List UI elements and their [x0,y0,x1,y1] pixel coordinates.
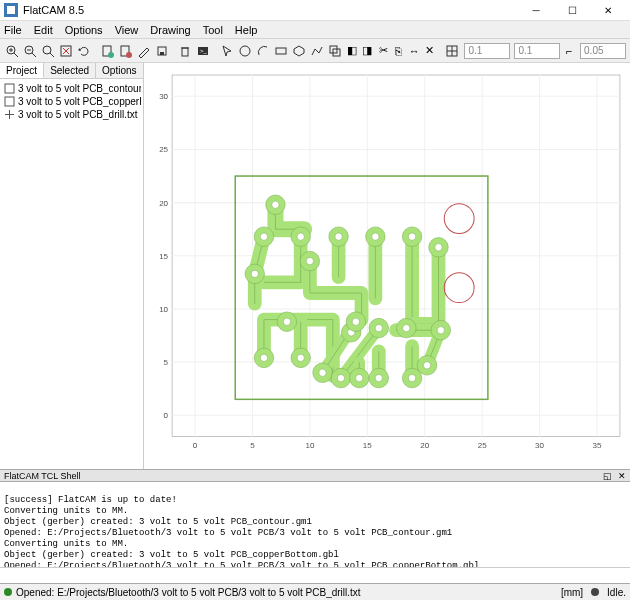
grid-x-input[interactable] [464,43,510,59]
svg-text:20: 20 [159,199,168,208]
zoom-out-icon[interactable] [22,42,38,60]
tab-project[interactable]: Project [0,63,44,78]
svg-text:30: 30 [535,441,544,450]
maximize-button[interactable]: ☐ [554,0,590,20]
tree-item[interactable]: 3 volt to 5 volt PCB_drill.txt [2,108,141,121]
zoom-in-icon[interactable] [4,42,20,60]
svg-text:25: 25 [159,145,168,154]
pcb-plot[interactable]: 05101520253035051015202530 [154,69,626,451]
new-excellon-icon[interactable] [118,42,134,60]
svg-text:25: 25 [478,441,487,450]
side-tabs: Project Selected Options Tool [0,63,143,79]
svg-point-104 [283,318,290,325]
grid-y-input[interactable] [514,43,560,59]
menu-options[interactable]: Options [65,24,103,36]
console-close-icon[interactable]: ✕ [618,471,626,481]
svg-point-72 [297,233,304,240]
svg-point-96 [337,374,344,381]
svg-point-90 [260,354,267,361]
shell-icon[interactable]: >_ [195,42,211,60]
plot-canvas[interactable]: 05101520253035051015202530 [144,63,630,469]
status-mode: Idle. [607,587,626,598]
tab-options[interactable]: Options [96,63,143,78]
menu-help[interactable]: Help [235,24,258,36]
console-output[interactable]: [success] FlatCAM is up to date! Convert… [0,482,630,567]
tab-selected[interactable]: Selected [44,63,96,78]
snap-corner-icon[interactable]: ⌐ [562,42,576,60]
edit-geometry-icon[interactable] [136,42,152,60]
union-icon[interactable] [327,42,343,60]
copy-geo-icon[interactable]: ⎘ [392,42,406,60]
update-geometry-icon[interactable] [154,42,170,60]
intersection-icon[interactable]: ◧ [345,42,359,60]
move-icon[interactable]: ↔ [407,42,421,60]
console-input[interactable] [0,567,630,583]
svg-rect-25 [276,48,286,54]
svg-point-98 [356,374,363,381]
svg-rect-32 [5,97,14,106]
console-undock-icon[interactable]: ◱ [603,471,612,481]
status-dot-icon [4,588,12,596]
subtract-icon[interactable]: ◨ [361,42,375,60]
snap-input[interactable] [580,43,626,59]
svg-point-15 [108,52,114,58]
svg-point-94 [319,369,326,376]
svg-point-17 [126,52,132,58]
arc-icon[interactable] [255,42,271,60]
svg-point-102 [408,374,415,381]
replot-icon[interactable] [76,42,92,60]
menu-tool[interactable]: Tool [203,24,223,36]
svg-text:10: 10 [305,441,314,450]
console-title: FlatCAM TCL Shell [4,471,81,481]
app-icon [4,3,18,17]
svg-point-100 [375,374,382,381]
zoom-fit-icon[interactable] [40,42,56,60]
svg-point-92 [297,354,304,361]
minimize-button[interactable]: ─ [518,0,554,20]
svg-line-3 [14,53,18,57]
svg-rect-20 [182,48,188,56]
menu-edit[interactable]: Edit [34,24,53,36]
svg-point-112 [423,362,430,369]
svg-point-106 [352,318,359,325]
svg-text:0: 0 [164,411,169,420]
gerber-icon [4,83,15,94]
status-bar: Opened: E:/Projects/Bluetooth/3 volt to … [0,583,630,600]
svg-point-68 [272,201,279,208]
tree-item[interactable]: 3 volt to 5 volt PCB_contour.gm1 [2,82,141,95]
grid-icon[interactable] [444,42,460,60]
new-geometry-icon[interactable] [100,42,116,60]
svg-point-9 [43,46,51,54]
clear-plot-icon[interactable] [58,42,74,60]
tree-item[interactable]: 3 volt to 5 volt PCB_copperBottom.gbl [2,95,141,108]
circle-icon[interactable] [237,42,253,60]
window-title: FlatCAM 8.5 [23,4,518,16]
svg-rect-19 [160,52,164,55]
close-button[interactable]: ✕ [590,0,626,20]
excellon-icon [4,109,15,120]
path-icon[interactable] [309,42,325,60]
svg-rect-31 [5,84,14,93]
svg-point-80 [435,244,442,251]
cut-path-icon[interactable]: ✂ [376,42,390,60]
menu-drawing[interactable]: Drawing [150,24,190,36]
status-mode-dot-icon [591,588,599,596]
polygon-icon[interactable] [291,42,307,60]
svg-point-82 [251,270,258,277]
menu-file[interactable]: File [4,24,22,36]
svg-point-24 [240,46,250,56]
svg-text:15: 15 [363,441,372,450]
delete-shape-icon[interactable]: ✕ [423,42,437,60]
delete-icon[interactable] [177,42,193,60]
svg-text:35: 35 [593,441,602,450]
svg-text:0: 0 [193,441,198,450]
rectangle-icon[interactable] [273,42,289,60]
svg-text:10: 10 [159,305,168,314]
svg-point-84 [306,257,313,264]
select-icon[interactable] [219,42,235,60]
svg-point-74 [335,233,342,240]
toolbar: >_ ◧ ◨ ✂ ⎘ ↔ ✕ ⌐ [0,39,630,63]
menu-view[interactable]: View [115,24,139,36]
workspace: Project Selected Options Tool 3 volt to … [0,63,630,469]
svg-point-78 [408,233,415,240]
